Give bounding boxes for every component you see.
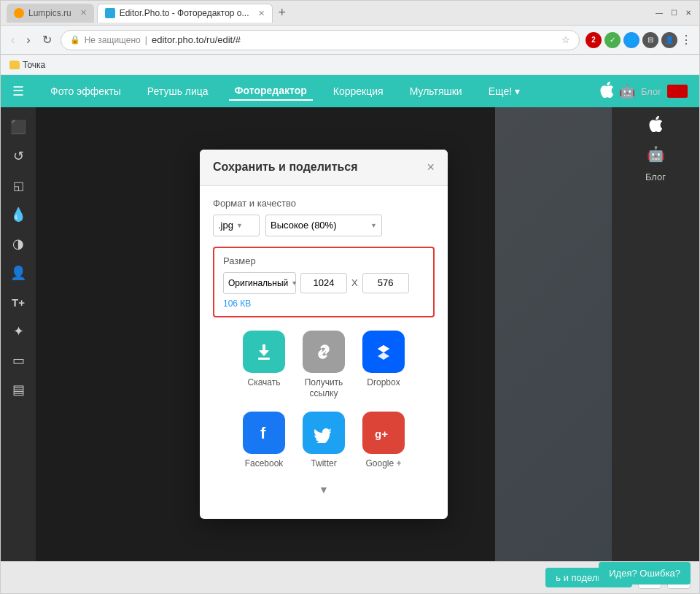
apple-logo-icon[interactable] xyxy=(649,116,662,136)
share-link[interactable]: Получитьссылку xyxy=(303,331,345,400)
height-input[interactable] xyxy=(362,273,409,293)
canvas-area: Сохранить и поделиться × Формат и качест… xyxy=(36,107,612,561)
tab-pho[interactable]: Editor.Pho.to - Фоторедактор о... ✕ xyxy=(97,4,273,23)
size-separator: X xyxy=(351,277,358,288)
tool-face[interactable]: 👤 xyxy=(4,259,33,287)
pho-favicon xyxy=(105,8,115,18)
size-preset-select[interactable]: Оригинальный ▼ xyxy=(223,272,296,294)
tool-contrast[interactable]: ◑ xyxy=(4,230,33,258)
menu-dots[interactable]: ⋮ xyxy=(680,33,692,47)
tool-frame[interactable]: ▭ xyxy=(4,347,33,374)
tool-transform[interactable]: ◱ xyxy=(4,171,33,199)
ext-icon-3[interactable]: 🌐 xyxy=(623,32,639,48)
forward-button[interactable]: › xyxy=(23,31,33,50)
idea-bug-button[interactable]: Идея? Ошибка? xyxy=(599,562,691,585)
address-input[interactable]: 🔒 Не защищено | editor.pho.to/ru/edit/# … xyxy=(61,30,580,50)
quality-select[interactable]: Высокое (80%) ▼ xyxy=(265,215,382,236)
share-dropbox[interactable]: Dropbox xyxy=(362,331,405,389)
googleplus-label: Google + xyxy=(365,458,401,470)
format-arrow-icon: ▼ xyxy=(236,222,243,229)
format-quality-row: .jpg ▼ Высокое (80%) ▼ xyxy=(213,215,435,236)
share-section: Скачать Получитьссылку xyxy=(213,325,435,508)
app-nav: ☰ Фото эффекты Ретушь лица Фоторедактор … xyxy=(1,75,699,107)
back-button[interactable]: ‹ xyxy=(8,31,18,50)
apple-icon[interactable] xyxy=(600,82,613,101)
browser-frame: Lumpics.ru ✕ Editor.Pho.to - Фоторедакто… xyxy=(0,0,700,594)
format-select[interactable]: .jpg ▼ xyxy=(213,215,260,236)
bookmark-bar: Точка xyxy=(1,55,699,75)
tool-paint[interactable]: 💧 xyxy=(4,201,33,228)
nav-photo-effects[interactable]: Фото эффекты xyxy=(44,82,127,100)
blog-link-right[interactable]: Блог xyxy=(645,171,666,182)
save-share-modal: Сохранить и поделиться × Формат и качест… xyxy=(200,150,448,520)
minimize-button[interactable]: — xyxy=(654,8,664,18)
link-icon xyxy=(303,331,345,373)
tool-grid[interactable]: ▤ xyxy=(4,376,33,404)
tab-pho-label: Editor.Pho.to - Фоторедактор о... xyxy=(120,8,249,18)
tab-lumpics-close[interactable]: ✕ xyxy=(80,8,87,18)
reload-button[interactable]: ↻ xyxy=(39,30,55,50)
tool-rotate[interactable]: ↺ xyxy=(4,142,33,170)
googleplus-icon: g+ xyxy=(362,412,405,454)
modal-header: Сохранить и поделиться × xyxy=(200,150,448,186)
download-label: Скачать xyxy=(248,377,281,389)
facebook-icon: f xyxy=(243,412,285,454)
tool-crop[interactable]: ⬛ xyxy=(4,113,33,141)
language-flag[interactable] xyxy=(667,85,688,98)
facebook-label: Facebook xyxy=(245,458,284,470)
chevron-down-icon: ▼ xyxy=(319,484,329,495)
star-icon[interactable]: ☆ xyxy=(561,34,570,45)
nav-editor[interactable]: Фоторедактор xyxy=(229,82,313,101)
nav-more[interactable]: Еще! ▾ xyxy=(483,82,526,100)
ext-icon-4[interactable]: ⊟ xyxy=(642,32,658,48)
width-input[interactable] xyxy=(300,273,347,293)
nav-retouch[interactable]: Ретушь лица xyxy=(141,82,214,100)
left-toolbar: ⬛ ↺ ◱ 💧 ◑ 👤 T+ ✦ ▭ ▤ xyxy=(1,107,36,561)
dropbox-icon xyxy=(362,331,405,373)
svg-text:g+: g+ xyxy=(375,428,388,440)
nav-cartoon[interactable]: Мультяшки xyxy=(404,82,468,100)
size-row: Оригинальный ▼ X xyxy=(223,272,424,294)
share-googleplus[interactable]: g+ Google + xyxy=(362,412,405,470)
folder-icon xyxy=(9,61,20,69)
tab-lumpics[interactable]: Lumpics.ru ✕ xyxy=(7,4,94,23)
blog-link[interactable]: Блог xyxy=(641,86,661,97)
address-text: editor.pho.to/ru/edit/# xyxy=(152,34,557,45)
app-content: ☰ Фото эффекты Ретушь лица Фоторедактор … xyxy=(1,75,699,593)
tab-lumpics-label: Lumpics.ru xyxy=(28,8,71,18)
tool-sparkle[interactable]: ✦ xyxy=(4,317,33,345)
modal-overlay: Сохранить и поделиться × Формат и качест… xyxy=(36,107,612,561)
size-section: Размер Оригинальный ▼ X xyxy=(213,247,435,317)
quality-arrow-icon: ▼ xyxy=(370,222,377,229)
window-controls: — ☐ ✕ xyxy=(654,8,693,18)
link-label: Получитьссылку xyxy=(305,377,343,400)
new-tab-button[interactable]: + xyxy=(279,5,287,20)
android-logo-icon[interactable]: 🤖 xyxy=(647,145,665,163)
maximize-button[interactable]: ☐ xyxy=(669,8,679,18)
android-icon[interactable]: 🤖 xyxy=(619,83,635,99)
download-icon xyxy=(243,331,285,373)
share-facebook[interactable]: f Facebook xyxy=(243,412,285,470)
modal-body: Формат и качество .jpg ▼ Высокое (80%) ▼ xyxy=(200,186,448,520)
format-quality-group: Формат и качество .jpg ▼ Высокое (80%) ▼ xyxy=(213,198,435,236)
show-more-button[interactable]: ▼ xyxy=(319,481,329,501)
share-download[interactable]: Скачать xyxy=(243,331,285,389)
modal-title: Сохранить и поделиться xyxy=(213,161,358,174)
svg-text:f: f xyxy=(260,424,266,442)
share-twitter[interactable]: Twitter xyxy=(303,412,345,470)
twitter-label: Twitter xyxy=(311,458,336,470)
bookmark-tochka[interactable]: Точка xyxy=(9,60,45,70)
close-button[interactable]: ✕ xyxy=(683,8,693,18)
ext-icon-1[interactable]: 2 xyxy=(586,32,602,48)
tool-text[interactable]: T+ xyxy=(4,288,33,316)
svg-rect-0 xyxy=(258,358,270,360)
nav-correction[interactable]: Коррекция xyxy=(327,82,389,100)
ext-icon-avatar[interactable]: 👤 xyxy=(661,32,677,48)
modal-close-button[interactable]: × xyxy=(427,160,435,175)
ext-icon-2[interactable]: ✓ xyxy=(604,32,621,48)
nav-right: 🤖 Блог xyxy=(600,82,688,101)
share-row-2: f Facebook Twitte xyxy=(243,412,405,470)
size-preset-arrow-icon: ▼ xyxy=(291,279,298,287)
tab-pho-close[interactable]: ✕ xyxy=(258,9,265,18)
hamburger-icon[interactable]: ☰ xyxy=(12,83,24,99)
